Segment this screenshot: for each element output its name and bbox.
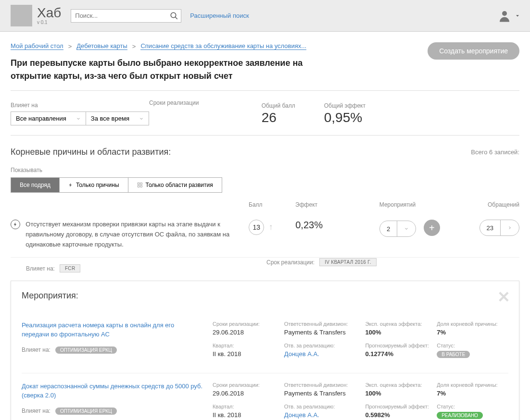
breadcrumb-separator: > (132, 43, 136, 50)
filter-term-select[interactable]: За все время (86, 111, 149, 125)
event-term-label: Сроки реализации: (213, 321, 284, 327)
event-quarter-label: Квартал: (213, 343, 284, 348)
cause-term-label: Срок реализации: (266, 259, 315, 266)
event-status-label: Статус: (437, 343, 508, 348)
event-share-label: Доля корневой причины: (437, 321, 508, 327)
event-link[interactable]: Реализация расчета номера карты в онлайн… (22, 321, 203, 338)
event-responsible-value[interactable]: Донцев А.А. (284, 411, 366, 419)
breadcrumb-item[interactable]: Списание средств за обслуживание карты н… (140, 42, 306, 50)
events-box[interactable]: 2 (379, 221, 416, 237)
col-header-effect: Эффект (295, 201, 379, 208)
filter-term: Сроки реализации (78, 99, 199, 109)
show-filter: Показывать Все подряд Только причины Тол… (11, 167, 519, 193)
cause-affects-badge: FCR (60, 264, 80, 272)
event-responsible-label: Отв. за реализацию: (284, 343, 366, 348)
column-headers: Балл Эффект Мероприятий Обращений (11, 201, 519, 208)
effect-value: 0,23% (295, 220, 323, 230)
header-actions: Создать мероприятие (407, 42, 519, 60)
ball-pill: 13 (249, 220, 264, 235)
filter-affects-value: Все направления (16, 115, 66, 122)
brand-wrap: Хаб v 0.1 (37, 6, 61, 25)
segment-causes-label: Только причины (76, 182, 119, 188)
breadcrumb-item[interactable]: Мой рабочий стол (11, 42, 63, 50)
brand-version: v 0.1 (37, 20, 61, 25)
event-affects-badge: ОПТИМИЗАЦИЯ ЕРКЦ (55, 346, 117, 354)
filter-term-label: Сроки реализации (149, 99, 199, 106)
filter-term-value: За все время (91, 115, 129, 122)
bolt-icon (68, 182, 73, 188)
download-icon[interactable] (407, 46, 418, 56)
user-menu[interactable] (497, 9, 520, 23)
logo (11, 5, 32, 26)
search-icon[interactable] (170, 12, 178, 20)
stats: Общий балл 26 Общий эффект 0,95% (262, 102, 366, 125)
segment-areas-label: Только области развития (146, 182, 213, 188)
event-link[interactable]: Докат нераспознанной суммы денежных сред… (22, 382, 203, 399)
event-forecast-value: 0.5982% (365, 411, 437, 419)
event-status-label: Статус: (437, 404, 508, 409)
event-item: Реализация расчета номера карты в онлайн… (22, 312, 508, 373)
event-exp-label: Эксп. оценка эффекта: (365, 382, 437, 388)
segment-areas-button[interactable]: Только области развития (128, 178, 222, 192)
event-share-value: 7% (437, 390, 508, 397)
events-panel-title: Мероприятия: (22, 291, 508, 301)
events-count: 2 (387, 225, 390, 233)
cause-requests: 23 (473, 220, 519, 249)
cause-events: 2 + (379, 220, 473, 249)
chevron-down-icon (76, 116, 81, 121)
topbar: Хаб v 0.1 Расширенный поиск (0, 0, 530, 32)
event-forecast-label: Прогнозируемый эффект: (365, 343, 437, 348)
svg-rect-5 (138, 185, 139, 187)
filter-row: Влияет на Все направления За все время С… (11, 91, 519, 136)
segment-control: Все подряд Только причины Только области… (11, 177, 222, 193)
chevron-down-icon (515, 13, 520, 19)
event-division-value: Payments & Transfers (284, 390, 366, 397)
col-header-ball: Балл (249, 201, 295, 208)
event-division-value: Payments & Transfers (284, 329, 366, 336)
chevron-down-icon (139, 116, 144, 121)
event-quarter-value: II кв. 2018 (213, 411, 284, 419)
search-input[interactable] (71, 9, 181, 23)
event-division-label: Ответственный дивизион: (284, 382, 366, 388)
col-header-events: Мероприятий (379, 201, 473, 208)
event-term-value: 29.06.2018 (213, 390, 284, 397)
stat-effect-label: Общий эффект (324, 102, 366, 109)
breadcrumb-item[interactable]: Дебетовые карты (76, 42, 127, 50)
brand-name: Хаб (37, 6, 61, 20)
event-responsible-value[interactable]: Донцев А.А. (284, 350, 366, 358)
requests-box[interactable]: 23 (480, 220, 519, 236)
close-icon[interactable]: ✕ (497, 288, 510, 306)
stat-effect: Общий эффект 0,95% (324, 102, 366, 125)
page-title: При перевыпуске карты было выбрано некор… (11, 57, 318, 83)
event-term-label: Сроки реализации: (213, 382, 284, 388)
section-header: Корневые причины и области развития: Все… (11, 136, 519, 167)
section-title: Корневые причины и области развития: (11, 147, 171, 157)
event-item: Докат нераспознанной суммы денежных сред… (22, 373, 508, 420)
event-term-value: 29.06.2018 (213, 329, 284, 336)
add-event-button[interactable]: + (424, 220, 440, 236)
stat-score: Общий балл 26 (262, 102, 295, 125)
segment-causes-button[interactable]: Только причины (60, 178, 128, 192)
bolt-circle-icon (11, 220, 20, 229)
show-label: Показывать (11, 167, 519, 173)
events-panel: ✕ Мероприятия: Реализация расчета номера… (11, 281, 519, 420)
cause-icon-wrap (11, 220, 21, 249)
search-wrap (71, 9, 181, 23)
cause-ball: 13 ↑ (249, 220, 295, 249)
grid-icon (137, 182, 143, 188)
segment-all-button[interactable]: Все подряд (11, 178, 60, 192)
stat-score-label: Общий балл (262, 102, 295, 109)
event-responsible-label: Отв. за реализацию: (284, 404, 366, 409)
page-header: Мой рабочий стол > Дебетовые карты > Спи… (11, 32, 519, 91)
filter-affects-select[interactable]: Все направления (11, 111, 86, 125)
stat-effect-value: 0,95% (324, 110, 366, 125)
col-header-requests: Обращений (473, 201, 519, 208)
svg-line-1 (176, 17, 178, 19)
event-quarter-value: II кв. 2018 (213, 350, 284, 358)
cause-term-badge: IV КВАРТАЛ 2016 Г. (319, 258, 377, 266)
create-event-button[interactable]: Создать мероприятие (428, 42, 519, 60)
advanced-search-link[interactable]: Расширенный поиск (190, 12, 249, 19)
event-share-value: 7% (437, 329, 508, 336)
user-icon (497, 9, 512, 23)
event-share-label: Доля корневой причины: (437, 382, 508, 388)
